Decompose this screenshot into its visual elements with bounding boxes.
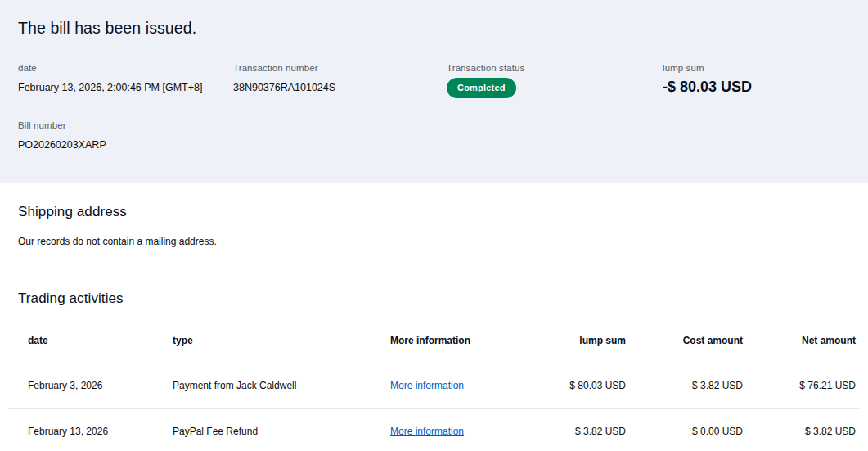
- field-transaction-number-label: Transaction number: [233, 63, 447, 73]
- row-cost-amount: -$ 3.82 USD: [630, 363, 747, 409]
- table-row: February 13, 2026 PayPal Fee Refund More…: [8, 409, 860, 451]
- row-type: Payment from Jack Caldwell: [173, 363, 390, 409]
- field-date-label: date: [18, 63, 233, 73]
- field-bill-number-value: PO20260203XARP: [18, 139, 850, 151]
- field-transaction-status-label: Transaction status: [447, 63, 663, 73]
- row-lump-sum: $ 80.03 USD: [524, 363, 630, 409]
- table-row: February 3, 2026 Payment from Jack Caldw…: [8, 363, 860, 409]
- more-information-link[interactable]: More information: [390, 380, 464, 391]
- row-cost-amount: $ 0.00 USD: [630, 409, 747, 451]
- page-title: The bill has been issued.: [18, 0, 850, 38]
- column-header-net-amount: Net amount: [747, 307, 860, 363]
- row-date: February 3, 2026: [8, 363, 173, 409]
- field-transaction-status: Transaction status Completed: [447, 63, 663, 98]
- field-bill-number: Bill number PO20260203XARP: [18, 120, 850, 151]
- column-header-more-information: More information: [390, 307, 524, 363]
- row-net-amount: $ 76.21 USD: [747, 363, 860, 409]
- shipping-address-section: Shipping address Our records do not cont…: [0, 183, 868, 247]
- more-information-link[interactable]: More information: [390, 426, 464, 437]
- column-header-lump-sum: lump sum: [524, 307, 630, 363]
- shipping-address-note: Our records do not contain a mailing add…: [18, 236, 850, 247]
- field-lump-sum-value: -$ 80.03 USD: [663, 79, 850, 96]
- field-bill-number-label: Bill number: [18, 120, 850, 130]
- trading-activities-table: date type More information lump sum Cost…: [8, 307, 860, 451]
- bill-summary-panel: The bill has been issued. date February …: [0, 0, 868, 183]
- table-header-row: date type More information lump sum Cost…: [8, 307, 860, 363]
- row-lump-sum: $ 3.82 USD: [524, 409, 630, 451]
- row-net-amount: $ 3.82 USD: [747, 409, 860, 451]
- field-lump-sum-label: lump sum: [663, 63, 850, 73]
- summary-fields-row: date February 13, 2026, 2:00:46 PM [GMT+…: [18, 63, 850, 98]
- field-transaction-number: Transaction number 38N90376RA101024S: [233, 63, 447, 98]
- field-date: date February 13, 2026, 2:00:46 PM [GMT+…: [18, 63, 233, 98]
- field-date-value: February 13, 2026, 2:00:46 PM [GMT+8]: [18, 82, 233, 93]
- field-lump-sum: lump sum -$ 80.03 USD: [663, 63, 850, 98]
- shipping-address-heading: Shipping address: [18, 204, 850, 220]
- trading-activities-heading: Trading activities: [0, 291, 868, 307]
- column-header-date: date: [8, 307, 173, 363]
- trading-activities-section: Trading activities date type More inform…: [0, 247, 868, 451]
- field-transaction-number-value: 38N90376RA101024S: [233, 82, 447, 93]
- column-header-cost-amount: Cost amount: [630, 307, 747, 363]
- column-header-type: type: [173, 307, 390, 363]
- row-date: February 13, 2026: [8, 409, 173, 451]
- status-badge: Completed: [447, 78, 516, 98]
- row-type: PayPal Fee Refund: [173, 409, 390, 451]
